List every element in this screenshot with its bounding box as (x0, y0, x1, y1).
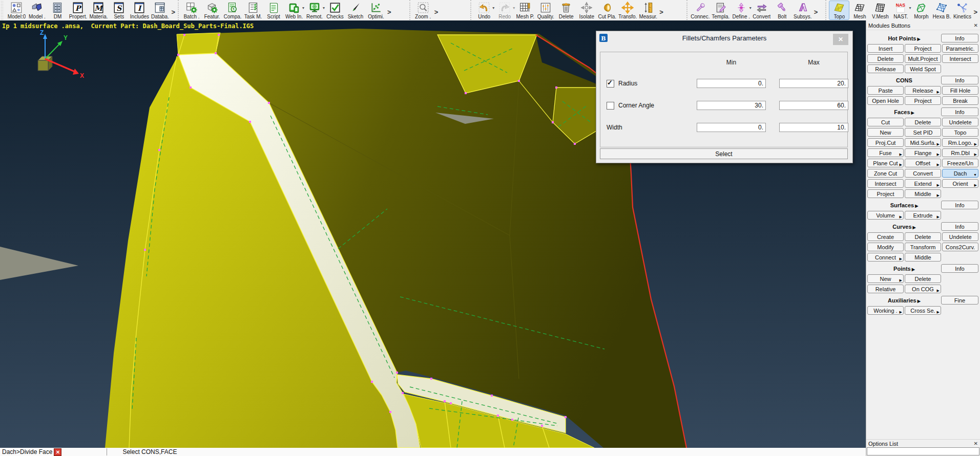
toolbar-button-featur[interactable]: Featur. (202, 1, 222, 20)
toolbar-button-optimi[interactable]: Optimi. (366, 1, 386, 20)
sb-button-cons-open-hole[interactable]: Open Hole (867, 96, 904, 105)
sb-button-hot-points-weld-spot[interactable]: Weld Spot (905, 64, 941, 73)
sb-button-faces-rm-dbl[interactable]: Rm.Dbl▶ (942, 148, 978, 157)
info-button-faces[interactable]: Info (941, 107, 978, 116)
toolbar-button-nast[interactable]: NAS▾NAST. (890, 1, 911, 20)
sb-button-faces-orient[interactable]: Orient▶ (942, 179, 978, 188)
dialog-titlebar[interactable]: B Fillets/Chamfers Parameters ✕ (596, 31, 852, 45)
sb-button-faces-zone-cut[interactable]: Zone Cut (867, 169, 904, 178)
sb-button-curves-transform[interactable]: Transform (905, 243, 941, 251)
toolbar-button-model-0[interactable]: Model:0 (6, 1, 27, 20)
sb-button-faces-fuse[interactable]: Fuse▶ (867, 148, 904, 157)
info-button-curves[interactable]: Info (941, 222, 978, 231)
sb-button-cons-break[interactable]: Break (942, 96, 978, 105)
toolbar-button-includes[interactable]: IIncludes (129, 1, 150, 20)
toolbar-button-task-m[interactable]: Task M. (243, 1, 263, 20)
toolbar-button-define[interactable]: ▾Define . (731, 1, 752, 20)
toolbar-button-v-mesh[interactable]: V.Mesh (870, 1, 890, 20)
toolbar-button-model[interactable]: Model . (27, 1, 47, 20)
toolbar-button-bolt[interactable]: Bolt (772, 1, 793, 20)
group-title-faces[interactable]: Faces▶ (867, 109, 941, 115)
sb-button-faces-dach[interactable]: Dach▼ (942, 169, 978, 178)
toolbar-button-morph[interactable]: Morph (911, 1, 931, 20)
group-title-curves[interactable]: Curves▶ (867, 224, 941, 230)
sb-button-faces-mid-surfa[interactable]: Mid.Surfa.▶ (905, 138, 941, 147)
sb-button-faces-intersect[interactable]: Intersect (867, 179, 904, 188)
toolbar-button-cut-pla[interactable]: Cut Pla. (597, 1, 617, 20)
viewport-3d[interactable]: Z Y X Ip 1 midsurface .ansa, Current Par… (0, 20, 866, 448)
select-button[interactable]: Select (600, 148, 848, 159)
sb-button-surfaces-volume[interactable]: Volume▶ (867, 211, 904, 220)
more-tools-chevron[interactable]: > (972, 8, 978, 16)
width-max-field[interactable] (779, 123, 848, 132)
info-button-surfaces[interactable]: Info (941, 201, 978, 209)
sb-button-points-delete[interactable]: Delete (905, 274, 941, 283)
radius-max-field[interactable] (779, 79, 848, 88)
width-min-field[interactable] (697, 123, 766, 132)
toolbar-button-measur[interactable]: Measur. (638, 1, 658, 20)
group-title-points[interactable]: Points▶ (867, 266, 941, 272)
more-tools-chevron[interactable]: > (813, 8, 819, 16)
sb-button-hot-points-delete[interactable]: Delete (867, 54, 904, 63)
dialog-close-button[interactable]: ✕ (833, 34, 848, 45)
toolbar-button-materia[interactable]: MMateria. (88, 1, 109, 20)
sb-button-curves-undelete[interactable]: Undelete (942, 232, 978, 241)
radius-checkbox[interactable]: ✓ (607, 80, 614, 88)
sb-button-faces-project[interactable]: Project (867, 189, 904, 198)
sb-button-hot-points-insert[interactable]: Insert (867, 44, 904, 53)
corner-angle-min-field[interactable] (697, 101, 766, 110)
more-tools-chevron[interactable]: > (433, 8, 440, 16)
sb-button-faces-cut[interactable]: Cut (867, 118, 904, 126)
toolbar-button-mesh[interactable]: Mesh (849, 1, 870, 20)
toolbar-button-batch[interactable]: Batch . (181, 1, 202, 20)
sb-button-points-new[interactable]: New▶ (867, 274, 904, 283)
more-tools-chevron[interactable]: > (170, 8, 176, 16)
sb-button-curves-modify[interactable]: Modify (867, 243, 904, 251)
toolbar-button-zoom[interactable]: Zoom . (413, 1, 433, 20)
sb-button-faces-flange[interactable]: Flange▶ (905, 148, 941, 157)
sb-button-points-relative[interactable]: Relative (867, 285, 904, 293)
toolbar-button-mesh-p[interactable]: Mesh P. (515, 1, 535, 20)
group-title-hot-points[interactable]: Hot Points▶ (867, 35, 941, 41)
toolbar-button-sets[interactable]: SSets (109, 1, 129, 20)
toolbar-button-topo[interactable]: Topo (829, 1, 849, 20)
sb-button-faces-convert[interactable]: Convert (905, 169, 941, 178)
sb-button-curves-cons2curv[interactable]: Cons2Curv. (942, 243, 978, 251)
info-button-hot-points[interactable]: Info (941, 34, 978, 42)
sb-button-cons-release[interactable]: Release▶ (905, 86, 941, 95)
toolbar-button-compa[interactable]: €Compa. (222, 1, 243, 20)
sb-button-faces-undelete[interactable]: Undelete (942, 118, 978, 126)
toolbar-button-transfo[interactable]: Transfo. (617, 1, 638, 20)
toolbar-button-kinetics[interactable]: Kinetics (952, 1, 972, 20)
sb-button-curves-connect[interactable]: Connect▶ (867, 253, 904, 262)
toolbar-button-subsys[interactable]: Subsys. (793, 1, 813, 20)
toolbar-button-redo[interactable]: ▾Redo (494, 1, 515, 20)
sb-button-cons-fill-hole[interactable]: Fill Hole (942, 86, 978, 95)
toolbar-button-dm[interactable]: DM (47, 1, 68, 20)
toolbar-button-databa[interactable]: Databa. (150, 1, 170, 20)
toolbar-button-undo[interactable]: ▾Undo (474, 1, 494, 20)
sb-button-hot-points-project[interactable]: Project (905, 44, 941, 53)
group-title-auxiliaries[interactable]: Auxiliaries▶ (867, 297, 941, 303)
sb-button-auxiliaries-working[interactable]: Working .▶ (867, 306, 904, 315)
toolbar-button-sketch[interactable]: Sketch (345, 1, 366, 20)
toolbar-button-script[interactable]: Script (263, 1, 284, 20)
sb-button-faces-plane-cut[interactable]: Plane Cut▶ (867, 159, 904, 167)
sb-button-faces-rm-logo[interactable]: Rm.Logo.▶ (942, 138, 978, 147)
toolbar-button-isolate[interactable]: Isolate (576, 1, 597, 20)
toolbar-button-remot[interactable]: ▾Remot. (304, 1, 325, 20)
info-button-cons[interactable]: Info (941, 76, 978, 84)
sb-button-faces-topo[interactable]: Topo (942, 128, 978, 137)
toolbar-button-delete[interactable]: Delete (556, 1, 576, 20)
toolbar-button-web-in[interactable]: ▾Web In. (284, 1, 304, 20)
sb-button-hot-points-mult-project[interactable]: Mult.Project (905, 54, 941, 63)
sb-button-auxiliaries-cross-se[interactable]: Cross Se.▶ (905, 306, 941, 315)
sb-button-curves-create[interactable]: Create (867, 232, 904, 241)
sb-button-faces-proj-cut[interactable]: Proj.Cut (867, 138, 904, 147)
toolbar-button-checks[interactable]: Checks (325, 1, 345, 20)
sb-button-faces-offset[interactable]: Offset▶ (905, 159, 941, 167)
fine-button-auxiliaries[interactable]: Fine (941, 296, 978, 305)
sb-button-curves-middle[interactable]: Middle (905, 253, 941, 262)
close-icon[interactable]: ✕ (974, 441, 978, 446)
radius-min-field[interactable] (697, 79, 766, 88)
